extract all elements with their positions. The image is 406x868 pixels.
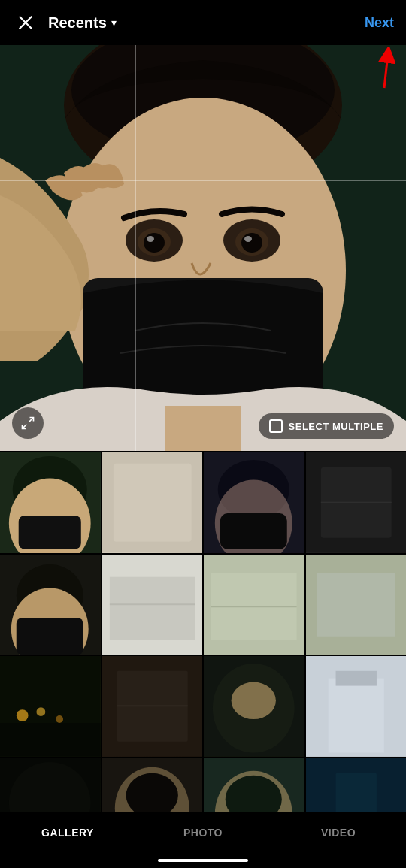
svg-rect-37 (17, 618, 83, 655)
next-button[interactable]: Next (365, 15, 394, 31)
svg-rect-30 (220, 513, 287, 549)
thumbnail-12[interactable] (306, 656, 407, 757)
tab-photo[interactable]: PHOTO (135, 812, 271, 853)
thumbnail-5[interactable] (0, 555, 101, 655)
thumbnail-2[interactable] (102, 452, 203, 553)
svg-point-47 (17, 709, 29, 721)
select-multiple-label: SELECT MULTIPLE (289, 421, 383, 432)
tab-video[interactable]: VIDEO (271, 812, 406, 853)
svg-rect-39 (109, 576, 195, 640)
tab-photo-label: PHOTO (183, 827, 223, 839)
svg-line-19 (29, 418, 34, 422)
header-left: Recents ▾ (12, 9, 117, 36)
preview-image (0, 45, 406, 451)
svg-point-49 (56, 715, 63, 723)
svg-rect-26 (113, 464, 191, 542)
tabs-row: GALLERY PHOTO VIDEO (0, 812, 406, 853)
thumbnail-6[interactable] (102, 555, 203, 655)
thumbnail-3[interactable] (204, 452, 304, 553)
close-button[interactable] (12, 9, 39, 36)
tab-gallery-label: GALLERY (41, 827, 94, 839)
home-indicator-bar (158, 859, 248, 862)
svg-rect-59 (335, 671, 376, 686)
thumbnails-grid (0, 451, 406, 858)
album-selector[interactable]: Recents ▾ (48, 14, 117, 32)
expand-button[interactable] (12, 407, 44, 439)
svg-rect-24 (19, 516, 81, 549)
svg-rect-58 (328, 679, 383, 753)
home-indicator (0, 853, 406, 868)
svg-point-13 (144, 233, 165, 253)
album-title: Recents (48, 14, 107, 32)
thumbnail-1[interactable] (0, 452, 101, 553)
svg-point-15 (147, 236, 154, 242)
chevron-down-icon: ▾ (111, 17, 117, 29)
header: Recents ▾ Next (0, 0, 406, 45)
thumbnail-7[interactable] (204, 555, 304, 655)
svg-point-48 (36, 707, 45, 716)
svg-line-20 (23, 425, 27, 429)
svg-rect-45 (317, 573, 395, 636)
select-multiple-button[interactable]: SELECT MULTIPLE (259, 413, 394, 439)
thumbnail-8[interactable] (306, 555, 407, 655)
svg-rect-50 (0, 723, 101, 757)
thumbnail-9[interactable] (0, 656, 101, 757)
svg-point-64 (126, 773, 177, 817)
thumbnail-11[interactable] (204, 656, 304, 757)
svg-point-56 (232, 682, 276, 719)
tab-gallery[interactable]: GALLERY (0, 812, 135, 853)
thumbnail-10[interactable] (102, 656, 203, 757)
main-preview: SELECT MULTIPLE (0, 45, 406, 451)
checkbox-icon (269, 419, 283, 433)
tab-video-label: VIDEO (321, 827, 356, 839)
svg-point-16 (244, 236, 252, 242)
bottom-tabs: GALLERY PHOTO VIDEO (0, 812, 406, 868)
thumbnail-4[interactable] (306, 452, 407, 553)
svg-rect-18 (165, 406, 241, 451)
svg-point-14 (241, 233, 262, 253)
